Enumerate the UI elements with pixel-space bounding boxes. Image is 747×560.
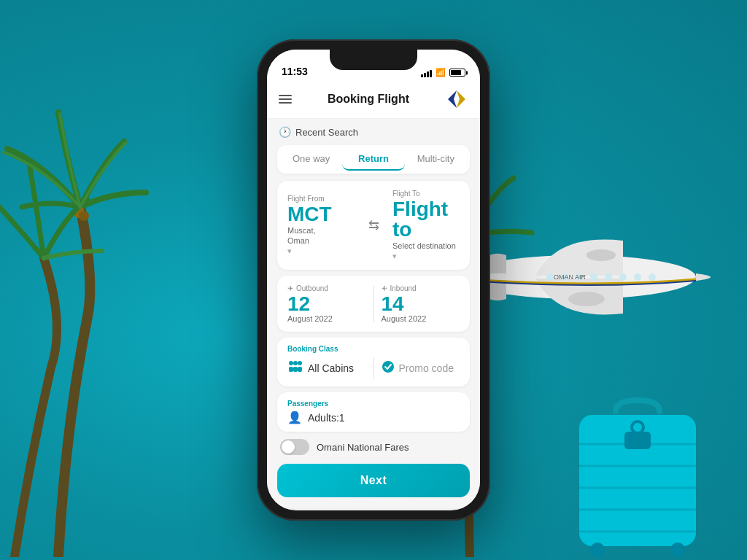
- menu-line-3: [279, 102, 292, 104]
- signal-bar-3: [427, 71, 429, 77]
- passengers-label: Passengers: [287, 400, 460, 408]
- passengers-value: Adults:1: [308, 412, 345, 424]
- status-time: 11:53: [282, 66, 308, 77]
- flight-route-row: Flight From MCT Muscat, Oman ▾ ⇆ Flight …: [287, 190, 460, 261]
- plane-depart-icon: ✈: [287, 284, 293, 292]
- national-fares-row: Omani National Fares: [277, 439, 470, 455]
- app-header: Booking Flight: [267, 82, 480, 119]
- tab-return[interactable]: Return: [342, 148, 404, 171]
- menu-line-2: [279, 98, 292, 100]
- inbound-month: August 2022: [382, 314, 460, 323]
- booking-class-row: All Cabins Promo code: [287, 357, 460, 379]
- header-title: Booking Flight: [328, 93, 409, 106]
- trip-type-tabs: One way Return Multi-city: [277, 145, 470, 174]
- flight-route-card: Flight From MCT Muscat, Oman ▾ ⇆ Flight …: [277, 181, 470, 270]
- person-icon: 👤: [287, 411, 302, 424]
- menu-button[interactable]: [279, 95, 292, 104]
- swap-button[interactable]: ⇆: [362, 217, 385, 233]
- signal-bar-1: [421, 74, 423, 77]
- svg-rect-30: [289, 367, 293, 372]
- phone-notch: [330, 50, 417, 70]
- svg-rect-31: [293, 367, 298, 372]
- phone-screen: 11:53 📶: [267, 50, 480, 510]
- flight-to-destination: Select destination: [392, 241, 460, 250]
- svg-point-9: [619, 273, 627, 281]
- airline-logo: [445, 88, 468, 111]
- signal-bar-4: [430, 70, 432, 77]
- flight-from-city: Muscat,: [287, 226, 355, 235]
- promo-code-label: Promo code: [399, 362, 454, 374]
- tab-multi-city[interactable]: Multi-city: [405, 148, 467, 171]
- toggle-thumb: [282, 440, 295, 454]
- phone-frame: 11:53 📶: [257, 39, 490, 521]
- date-card: ✈ Outbound 12 August 2022 ✈ Inbound 14: [277, 276, 470, 332]
- outbound-label: ✈ Outbound: [287, 284, 366, 292]
- booking-class-card: Booking Class: [277, 338, 470, 386]
- booking-class-label: Booking Class: [287, 345, 460, 353]
- inbound-date[interactable]: ✈ Inbound 14 August 2022: [382, 284, 460, 323]
- flight-from[interactable]: Flight From MCT Muscat, Oman ▾: [287, 195, 355, 256]
- cabin-icon: [287, 360, 303, 377]
- recent-search-row: 🕐 Recent Search: [277, 126, 470, 138]
- svg-rect-32: [298, 367, 302, 372]
- svg-point-33: [382, 361, 394, 373]
- signal-icon: [421, 69, 432, 77]
- flight-from-label: Flight From: [287, 195, 355, 203]
- svg-point-1: [79, 211, 89, 221]
- inbound-day: 14: [382, 294, 460, 314]
- flight-from-code: MCT: [287, 204, 355, 225]
- svg-point-29: [298, 361, 302, 365]
- svg-point-5: [568, 292, 605, 306]
- next-button[interactable]: Next: [277, 464, 470, 497]
- svg-point-25: [590, 542, 605, 557]
- flight-from-country: Oman: [287, 236, 355, 245]
- svg-point-8: [634, 273, 641, 281]
- outbound-month: August 2022: [287, 314, 366, 323]
- phone-mockup: 11:53 📶: [257, 39, 490, 521]
- svg-text:OMAN AIR: OMAN AIR: [554, 273, 587, 281]
- national-fares-label: Omani National Fares: [317, 442, 409, 453]
- passengers-row: 👤 Adults:1: [287, 411, 460, 424]
- outbound-date[interactable]: ✈ Outbound 12 August 2022: [287, 284, 366, 323]
- promo-code-item[interactable]: Promo code: [382, 360, 460, 376]
- tab-one-way[interactable]: One way: [280, 148, 342, 171]
- date-divider: [374, 286, 374, 322]
- svg-point-7: [649, 273, 656, 281]
- svg-point-10: [605, 273, 612, 281]
- plane-return-icon: ✈: [382, 284, 387, 292]
- from-chevron-icon: ▾: [287, 246, 355, 256]
- svg-point-28: [293, 361, 298, 365]
- svg-point-27: [289, 361, 293, 365]
- menu-line-1: [279, 95, 292, 96]
- promo-check-icon: [382, 360, 395, 376]
- palm-tree-left: [0, 61, 204, 560]
- svg-point-6: [587, 249, 616, 261]
- flight-to[interactable]: Flight To Flight to Select destination ▾: [392, 190, 460, 261]
- passengers-card[interactable]: Passengers 👤 Adults:1: [277, 392, 470, 432]
- battery-icon: [449, 69, 465, 77]
- booking-divider: [374, 357, 374, 379]
- cabin-class-value: All Cabins: [308, 362, 354, 374]
- suitcase-decoration: [572, 397, 718, 560]
- signal-bar-2: [424, 73, 426, 77]
- recent-search-label: Recent Search: [295, 127, 358, 138]
- battery-fill: [451, 70, 461, 75]
- national-fares-toggle[interactable]: [280, 439, 309, 455]
- flight-to-code: Flight to: [392, 199, 460, 240]
- wifi-icon: 📶: [436, 68, 446, 77]
- outbound-day: 12: [287, 294, 366, 314]
- status-icons: 📶: [421, 68, 465, 77]
- clock-icon: 🕐: [279, 126, 291, 138]
- to-chevron-icon: ▾: [392, 252, 460, 261]
- flight-to-label: Flight To: [392, 190, 460, 198]
- app-content: 🕐 Recent Search One way Return Multi-cit…: [267, 119, 480, 508]
- cabin-class-item[interactable]: All Cabins: [287, 360, 366, 377]
- inbound-label: ✈ Inbound: [382, 284, 460, 292]
- svg-point-26: [670, 542, 685, 557]
